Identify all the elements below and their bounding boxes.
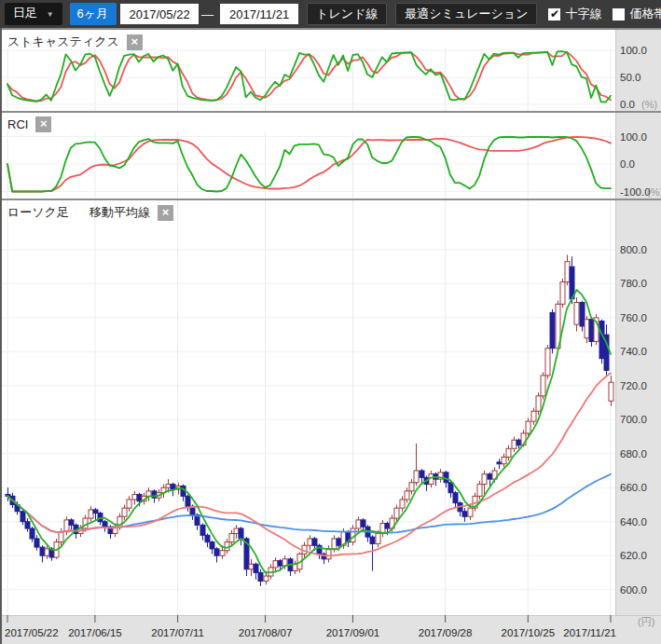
x-axis-label: 2017/09/01 (326, 627, 380, 638)
candlestick (414, 471, 419, 483)
range-button[interactable]: 6ヶ月 (70, 3, 117, 25)
main-chart-header: ローソク足 移動平均線 × (7, 204, 173, 221)
candlestick (444, 473, 448, 483)
candlestick (239, 528, 243, 539)
period-dropdown[interactable]: 日足 ▼ (5, 3, 62, 25)
chart-app: 日足 ▼ 6ヶ月 — トレンド線 最適シミュレーション ✔ 十字線 価格帯 シミ… (0, 0, 661, 644)
rci-header: RCI × (7, 116, 51, 132)
y-axis-label: 700.0 (620, 414, 647, 425)
y-axis-unit: (%) (647, 186, 661, 198)
stochastics-panel: 100.050.00.0(%) ストキャスティクス × (0, 30, 661, 111)
candlestick (376, 533, 380, 543)
candlestick (312, 539, 317, 545)
candlestick (249, 564, 254, 569)
y-axis-label: 720.0 (620, 380, 647, 391)
y-axis-label: 640.0 (620, 516, 647, 528)
candlestick (400, 500, 405, 508)
moving-average-title: 移動平均線 (90, 204, 150, 221)
candlestick (278, 561, 282, 566)
candlestick (308, 539, 312, 545)
candlestick (293, 564, 297, 570)
candlestick (146, 491, 151, 496)
candlestick (69, 520, 74, 525)
candlestick (186, 496, 190, 506)
candlestick (516, 440, 521, 445)
y-axis-label: 760.0 (620, 312, 647, 323)
y-axis-label: 800.0 (620, 244, 647, 255)
candlestick (127, 500, 131, 508)
window-edge (0, 28, 2, 644)
candlestick (30, 528, 34, 539)
candlestick (560, 282, 565, 305)
y-axis-label: 660.0 (620, 482, 647, 493)
y-axis-label: 680.0 (620, 448, 647, 459)
candlestick (541, 376, 545, 396)
x-axis-label: 2017/11/21 (563, 627, 616, 638)
candlestick (356, 520, 361, 528)
candlestick (405, 491, 409, 500)
stochastics-header: ストキャスティクス × (7, 34, 143, 50)
candlestick (502, 457, 506, 463)
candlestick (420, 471, 424, 477)
y-axis-label: 100.0 (620, 131, 647, 143)
candlestick (200, 525, 205, 535)
candlestick (589, 320, 594, 342)
date-to-input[interactable] (220, 4, 298, 24)
candlestick (132, 495, 137, 500)
close-icon[interactable]: × (158, 205, 173, 221)
y-axis-label: 0.0 (620, 158, 635, 170)
candlestick (122, 508, 127, 516)
main-chart-panel: 2017/05/222017/06/152017/07/112017/08/07… (0, 200, 661, 644)
candlestick (409, 483, 414, 491)
candlestick-title: ローソク足 (7, 204, 69, 221)
candlestick (234, 528, 239, 533)
candlestick (273, 561, 278, 568)
y-axis-label: 0.0 (620, 99, 635, 110)
x-axis-label: 2017/09/28 (419, 627, 473, 638)
ma-mid-line (7, 373, 611, 555)
candlestick (394, 508, 399, 518)
candlestick (264, 576, 269, 581)
candlestick (468, 508, 473, 516)
candlestick (137, 495, 142, 501)
rci-title: RCI (7, 117, 28, 131)
crosshair-label: 十字線 (565, 6, 601, 22)
candlestick (59, 532, 63, 542)
candlestick (166, 485, 171, 488)
candlestick (370, 537, 375, 543)
x-axis-label: 2017/06/15 (68, 627, 122, 638)
optimal-simulation-button[interactable]: 最適シミュレーション (395, 3, 537, 25)
y-axis-label: 740.0 (620, 346, 647, 357)
candlestick (482, 474, 487, 485)
close-icon[interactable]: × (127, 34, 143, 50)
stochastics-title: ストキャスティクス (7, 34, 119, 50)
date-range-separator: — (201, 7, 213, 21)
candlestick (361, 520, 365, 527)
candlestick-plot[interactable]: 2017/05/222017/06/152017/07/112017/08/07… (0, 200, 661, 644)
trend-line-button[interactable]: トレンド線 (307, 3, 387, 25)
y-axis-label: -100.0 (620, 186, 651, 198)
candlestick (34, 539, 39, 547)
x-axis-label: 2017/07/11 (151, 627, 204, 638)
price-band-label: 価格帯 (629, 6, 661, 22)
candlestick (254, 564, 258, 572)
close-icon[interactable]: × (35, 116, 51, 132)
price-band-checkbox[interactable]: 価格帯 (613, 6, 661, 22)
x-axis-label: 2017/05/22 (5, 627, 59, 638)
candlestick (585, 320, 589, 338)
candlestick (545, 349, 550, 376)
candlestick (580, 302, 585, 326)
crosshair-checkbox[interactable]: ✔ 十字線 (548, 6, 601, 22)
candlestick (103, 522, 107, 527)
candlestick (512, 440, 516, 448)
date-from-input[interactable] (120, 4, 199, 24)
y-axis-unit: (%) (641, 99, 657, 110)
candlestick (220, 551, 225, 555)
candlestick (531, 411, 536, 421)
rci-plot[interactable]: 100.00.0-100.0(%) (0, 113, 661, 199)
candlestick (40, 547, 45, 555)
candlestick (337, 539, 341, 545)
candlestick (506, 448, 511, 457)
candlestick (326, 549, 331, 559)
chevron-down-icon: ▼ (47, 10, 54, 19)
